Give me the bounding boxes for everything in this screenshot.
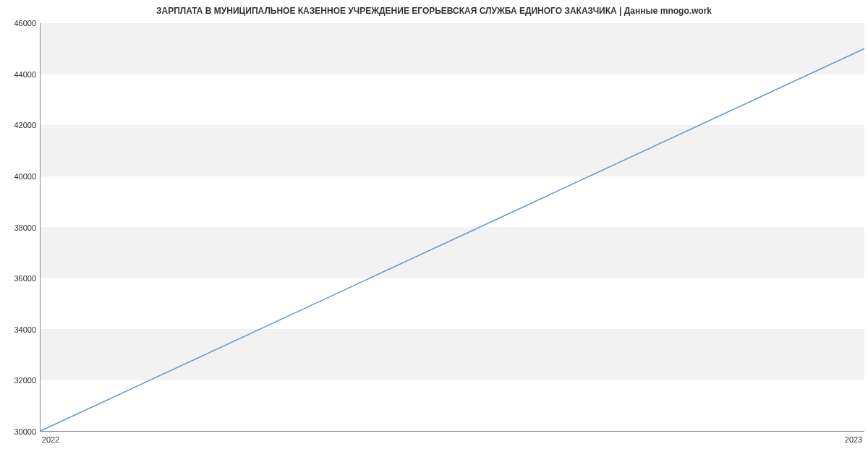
- y-tick-label: 36000: [4, 274, 36, 283]
- y-tick-label: 44000: [4, 70, 36, 79]
- y-tick-label: 38000: [4, 223, 36, 232]
- data-line: [41, 48, 864, 431]
- y-tick-label: 30000: [4, 427, 36, 436]
- chart-title: ЗАРПЛАТА В МУНИЦИПАЛЬНОЕ КАЗЕННОЕ УЧРЕЖД…: [0, 6, 868, 16]
- y-tick-label: 32000: [4, 376, 36, 385]
- y-tick-label: 40000: [4, 172, 36, 181]
- y-tick-label: 46000: [4, 19, 36, 27]
- plot-area: [40, 23, 864, 432]
- x-tick-label: 2023: [845, 435, 862, 444]
- chart-container: ЗАРПЛАТА В МУНИЦИПАЛЬНОЕ КАЗЕННОЕ УЧРЕЖД…: [0, 0, 868, 470]
- x-tick-label: 2022: [42, 435, 59, 444]
- chart-line-svg: [41, 23, 864, 431]
- y-tick-label: 42000: [4, 121, 36, 129]
- y-tick-label: 34000: [4, 325, 36, 334]
